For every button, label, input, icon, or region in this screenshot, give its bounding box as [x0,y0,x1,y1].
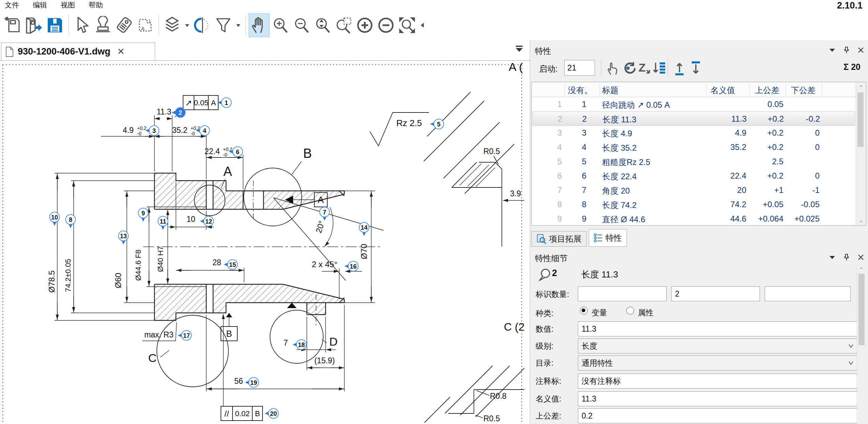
nominal-input[interactable]: 11.3 [578,391,858,406]
renumber-list-icon[interactable] [652,61,667,77]
save-icon[interactable] [44,13,65,37]
id-count-input-1[interactable] [578,286,667,301]
zoom-in-icon[interactable] [270,13,291,37]
refresh-icon[interactable] [622,61,637,77]
balloon-11[interactable]: 11 [158,216,168,230]
panel-menu-icon[interactable] [829,48,836,52]
menu-2[interactable]: 编辑 [33,0,47,10]
balloon-14[interactable]: 14 [359,223,369,236]
table-row-2[interactable]: 22长度 11.311.3+0.2-0.2 [533,111,855,126]
z-order-icon[interactable]: Z [638,61,652,77]
level-select[interactable]: 长度 [578,338,858,353]
menu-1[interactable]: 文件 [5,0,19,10]
id-count-input-3[interactable] [765,286,851,301]
balloon-1[interactable]: 1 [218,98,231,108]
pin-icon[interactable] [843,46,850,54]
note-input[interactable]: 没有注释标 [578,374,858,389]
panel-close-icon[interactable] [857,47,864,54]
table-row-1[interactable]: 11径向跳动 ↗ 0.05 A0.05 [533,97,855,111]
col-header-1[interactable]: 没有。 [568,85,593,96]
value-input[interactable]: 11.3 [578,321,858,336]
row-index: 8 [533,200,562,209]
col-header-3[interactable]: 名义值 [702,85,743,96]
pick-hand-icon[interactable] [606,61,619,77]
layers-icon[interactable] [162,13,183,37]
tag-icon[interactable] [114,13,135,37]
radio-attribute-label: 属性 [638,307,654,318]
balloon-3[interactable]: 3 [146,126,159,136]
balloon-9[interactable]: 9 [138,208,148,222]
zoom-out-icon[interactable] [291,13,312,37]
table-row-5[interactable]: 55粗糙度Rz 2.52.5 [533,154,855,169]
balloon-17[interactable]: 17 [178,331,192,340]
start-input[interactable]: 21 [564,60,595,76]
panel-tab-2[interactable]: 特性 [589,229,627,247]
balloon-8[interactable]: 8 [66,215,76,228]
balloon-10[interactable]: 10 [50,212,60,226]
tab-close-icon[interactable]: ✕ [117,46,125,57]
move-top-icon[interactable] [673,61,686,77]
row-title: 长度 11.3 [602,114,637,125]
panel-close-icon[interactable] [857,254,864,261]
balloon-7[interactable]: 7 [320,207,330,221]
svg-text:R0.8: R0.8 [490,392,507,400]
radio-attribute[interactable] [626,307,634,315]
table-row-4[interactable]: 44长度 35.235.2+0.20 [533,140,855,154]
table-row-9[interactable]: 99直径 Ø 44.644.6+0.064+0.025 [533,212,855,226]
balloon-12[interactable]: 12 [200,216,214,226]
pin-icon[interactable] [843,254,850,261]
increase-icon[interactable] [354,13,375,37]
select-cursor-icon[interactable] [71,13,92,37]
document-tab[interactable]: 930-1200-406-V1.dwg ✕ [1,43,155,60]
svg-text:7: 7 [284,338,288,347]
upper-tolerance-input[interactable]: 0.2 [578,408,858,423]
panel-menu-icon[interactable] [829,255,836,260]
capture-region-icon[interactable]: 1A [135,13,156,37]
col-header-5[interactable]: 下公差 [783,85,824,96]
filter-caret-icon[interactable] [234,13,243,37]
svg-text:28: 28 [212,258,221,267]
balloon-18[interactable]: 18 [293,340,306,350]
decrease-icon[interactable] [375,13,396,37]
table-row-3[interactable]: 33长度 4.94.9+0.20 [533,126,855,140]
balloon-5[interactable]: 5 [430,119,444,129]
svg-text:14: 14 [361,224,368,231]
menu-4[interactable]: 帮助 [89,0,103,10]
row-title: 长度 4.9 [602,128,632,139]
table-row-8[interactable]: 88长度 74.274.2+0.05-0.05 [533,197,855,212]
panel-tab-1[interactable]: 项目拓展 [532,231,587,247]
right-dock: 特性 启动: 21 Z Σ 20 没有。标题名义值上公差下公差 11径向跳动 ↗… [530,40,868,424]
id-count-input-2[interactable]: 2 [671,286,760,301]
move-bottom-icon[interactable] [689,61,703,77]
col-header-4[interactable]: 上公差 [747,85,788,96]
tab-list-icon[interactable] [515,45,524,52]
zoom-window-icon[interactable] [333,13,354,37]
new-document-icon[interactable] [2,13,23,37]
balloon-20[interactable]: 20 [265,409,279,419]
svg-text:1: 1 [225,100,228,106]
svg-text:A: A [141,26,145,31]
filter-icon[interactable] [213,13,234,37]
stamp-icon[interactable] [92,13,114,37]
table-scrollbar[interactable]: ⌃ ⌄ [856,82,866,225]
menu-3[interactable]: 视图 [61,0,75,10]
balloon-19[interactable]: 19 [245,378,259,388]
radio-variable[interactable] [580,307,588,315]
details-scrollbar[interactable]: ⌃ [857,264,866,424]
drawing-canvas[interactable]: 11.34.9+0.2-035.2+0.2-022.4+0.2-0Rz 2.5A… [0,61,530,424]
table-row-7[interactable]: 77角度 2020+1-1 [533,183,855,197]
pan-hand-icon[interactable] [249,13,270,37]
col-header-2[interactable]: 标题 [602,85,618,96]
balloon-16[interactable]: 16 [345,261,358,271]
layers-caret-icon[interactable] [183,13,192,37]
balloon-2[interactable]: 2 [172,108,185,118]
open-document-icon[interactable] [23,13,44,37]
catalog-select[interactable]: 通用特性 [578,355,858,370]
dim-text: max. R3 [144,330,174,339]
balloon-15[interactable]: 15 [224,260,238,270]
collapse-left-icon[interactable] [418,13,426,37]
mirror-arc-icon[interactable] [192,13,213,37]
zoom-fit-icon[interactable] [396,13,418,37]
zoom-vertical-icon[interactable] [312,13,333,37]
table-row-6[interactable]: 66长度 22.422.4+0.20 [533,169,855,183]
